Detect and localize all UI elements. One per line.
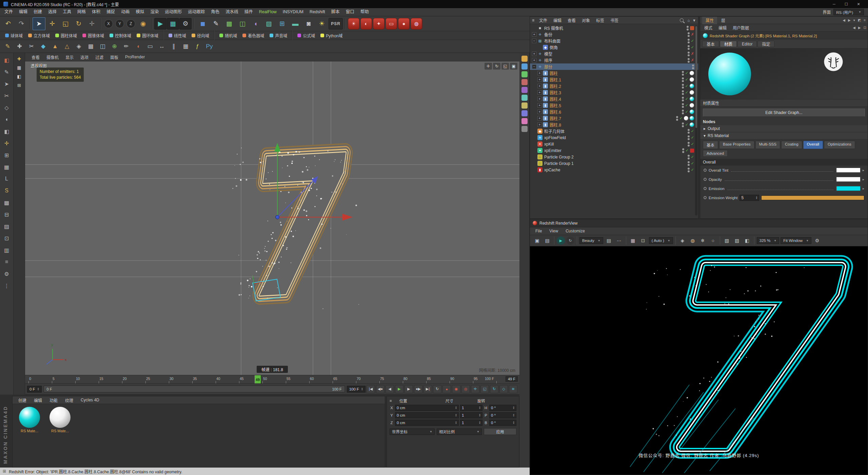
object-row[interactable]: +▮圆柱.7✓ xyxy=(530,115,698,121)
lock-icon[interactable]: ◈ xyxy=(678,236,687,245)
menu-item-5[interactable]: 网格 xyxy=(74,8,89,16)
position-input[interactable]: 0 cm▲▼ xyxy=(395,405,459,411)
menu-item-2[interactable]: 创建 xyxy=(31,8,45,16)
enabled-state-icon[interactable]: ✓ xyxy=(685,90,688,95)
visibility-dots[interactable] xyxy=(682,110,684,114)
size-input[interactable]: 1▲▼ xyxy=(460,420,482,426)
visibility-dots[interactable] xyxy=(688,58,690,63)
visibility-dots[interactable] xyxy=(682,77,684,82)
object-row[interactable]: +✛模型✗ xyxy=(530,51,698,57)
material-tag-icon[interactable] xyxy=(690,71,694,75)
enabled-state-icon[interactable]: ✓ xyxy=(691,142,694,146)
color-swatch[interactable] xyxy=(836,177,861,182)
color-swatch[interactable] xyxy=(836,186,861,191)
field-chip-15[interactable]: Python域 xyxy=(318,32,345,39)
viewport-tab-2[interactable]: 显示 xyxy=(62,54,77,60)
back-icon[interactable]: ◀ xyxy=(843,18,845,22)
brush-icon[interactable]: ✏ xyxy=(121,41,132,52)
enabled-state-icon[interactable]: ✓ xyxy=(691,45,694,50)
apply-button[interactable]: 应用 xyxy=(484,428,516,435)
restart-ipr-button[interactable]: ↻ xyxy=(566,236,574,245)
visibility-dots[interactable] xyxy=(682,97,684,101)
menu-item-13[interactable]: 角色 xyxy=(208,8,222,16)
visibility-dots[interactable] xyxy=(688,161,690,166)
viewport-tab-4[interactable]: 过滤 xyxy=(92,54,106,60)
rs-portal-light-button[interactable]: ▭ xyxy=(386,18,397,30)
object-row[interactable]: ≋xpFlowField✓ xyxy=(530,134,698,141)
gem-icon[interactable]: ◇ xyxy=(1,102,12,113)
visibility-dots[interactable] xyxy=(676,116,678,121)
attr-mode-2[interactable]: 用户数据 xyxy=(730,25,752,31)
node-group-1[interactable]: ▾RS Material xyxy=(700,132,868,139)
attr-tab-0[interactable]: 基本 xyxy=(702,41,719,47)
orbit-icon[interactable]: ↻ xyxy=(493,63,500,70)
grid-icon[interactable]: ▦ xyxy=(15,64,23,71)
enabled-state-icon[interactable]: ✗ xyxy=(691,32,694,37)
object-row[interactable]: −▨布料曲面✓ xyxy=(530,38,698,44)
enabled-state-icon[interactable]: ✓ xyxy=(685,103,688,108)
om-menu-1[interactable]: 编辑 xyxy=(551,17,564,23)
field-chip-10[interactable]: 随机域 xyxy=(217,32,239,39)
enabled-state-icon[interactable]: ✓ xyxy=(691,161,694,166)
spinner-icon[interactable]: ▲▼ xyxy=(479,406,481,410)
record-keyframe-button[interactable]: ● xyxy=(442,385,451,393)
expand-toggle[interactable]: − xyxy=(532,64,536,69)
dots-icon[interactable]: ⋮ xyxy=(1,280,12,291)
object-row[interactable]: ✦xpEmitter✓ xyxy=(530,147,698,154)
attr-tab-3[interactable]: 指定 xyxy=(757,41,774,47)
knife-icon[interactable]: ✂ xyxy=(1,90,12,101)
undo-button[interactable]: ↶ xyxy=(2,17,15,30)
compare-b-icon[interactable]: ▨ xyxy=(733,236,742,245)
position-input[interactable]: 0 cm▲▼ xyxy=(395,420,459,426)
lock-icon[interactable]: ◩ xyxy=(858,18,861,22)
expand-toggle[interactable]: + xyxy=(537,77,542,82)
visibility-dots[interactable] xyxy=(682,122,684,127)
palette-icon[interactable] xyxy=(521,102,528,109)
render-region-button[interactable]: ▦ xyxy=(167,18,179,30)
spinner-icon[interactable]: ▲▼ xyxy=(479,414,481,417)
aov-icon[interactable]: ▤ xyxy=(605,236,613,245)
size-mode-select[interactable]: 相对比例▼ xyxy=(437,429,482,435)
snapshot-icon[interactable]: ▣ xyxy=(533,236,541,245)
object-row[interactable]: +▮圆柱✓ xyxy=(530,70,698,76)
object-row[interactable]: ◙RS 摄像机 xyxy=(530,25,698,31)
expand-toggle[interactable]: + xyxy=(537,71,542,75)
rs-tag-icon[interactable] xyxy=(690,26,694,30)
field-chip-7[interactable]: 线性域 xyxy=(166,32,189,39)
record-options-button[interactable]: ◎ xyxy=(461,385,470,393)
object-row[interactable]: +▮圆柱.5✓ xyxy=(530,102,698,109)
gear-icon[interactable]: ⚙ xyxy=(1,268,12,280)
menu-item-19[interactable]: 脚本 xyxy=(328,8,343,16)
weld-icon[interactable]: ⊕ xyxy=(109,41,120,52)
goto-start-button[interactable]: |◀ xyxy=(367,385,375,393)
spline-icon[interactable]: S xyxy=(1,185,12,196)
rs-environment-button[interactable]: ◍ xyxy=(411,18,422,30)
menu-item-7[interactable]: 捕捉 xyxy=(103,8,118,16)
history-icon[interactable]: ▾ xyxy=(853,18,855,22)
array-icon[interactable]: ▦ xyxy=(1,161,12,173)
material-subtab-0[interactable]: 基本 xyxy=(703,141,718,149)
palette-icon[interactable] xyxy=(521,71,528,77)
enabled-state-icon[interactable]: ✓ xyxy=(685,97,688,101)
number-input[interactable]: 5▲▼ xyxy=(739,195,759,201)
expand-toggle[interactable]: + xyxy=(537,116,542,120)
smooth-shift-icon[interactable]: ◈ xyxy=(73,41,84,52)
menu-icon[interactable]: ≡ xyxy=(864,18,866,22)
options-icon[interactable]: ⋯ xyxy=(615,236,624,245)
spinner-icon[interactable]: ▲▼ xyxy=(513,414,515,417)
material-subtab-6[interactable]: Advanced xyxy=(703,150,728,157)
field-chip-4[interactable]: 控制体域 xyxy=(107,32,134,39)
field-chip-5[interactable]: 圆环体域 xyxy=(134,32,161,39)
attr-mode-0[interactable]: 模式 xyxy=(702,25,715,31)
floor-button[interactable]: ▬ xyxy=(289,17,302,30)
om-menu-2[interactable]: 查看 xyxy=(565,17,578,23)
object-row[interactable]: ◆粒子几何体✓ xyxy=(530,128,698,134)
add-primitive-button[interactable]: ■ xyxy=(196,17,209,30)
visibility-dots[interactable] xyxy=(682,84,684,89)
spinner-icon[interactable]: ▲▼ xyxy=(455,406,457,410)
mograph-button[interactable]: ⊞ xyxy=(276,17,289,30)
render-settings-button[interactable]: ⚙ xyxy=(179,18,192,30)
size-input[interactable]: 1▲▼ xyxy=(460,412,482,418)
material-tag-icon[interactable] xyxy=(690,97,694,101)
region-icon[interactable]: ○ xyxy=(709,236,717,245)
